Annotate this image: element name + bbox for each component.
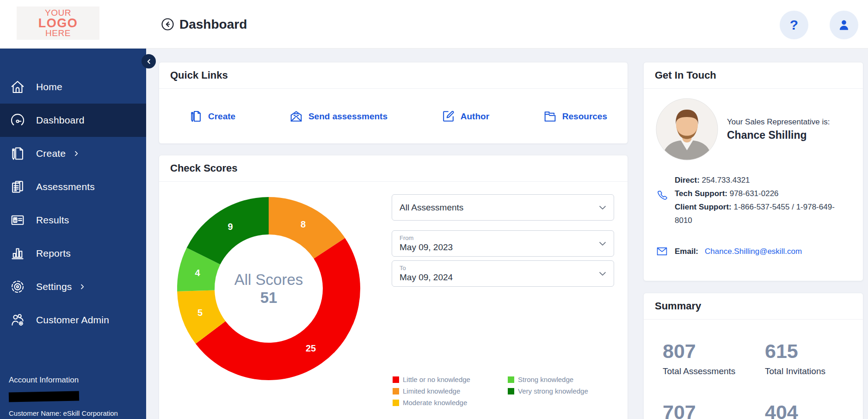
- back-arrow-icon[interactable]: [160, 17, 175, 31]
- quick-link-send-assessments[interactable]: Send assessments: [289, 109, 388, 123]
- help-button[interactable]: ?: [780, 11, 808, 39]
- date-from-select[interactable]: From May 09, 2023: [392, 230, 614, 257]
- legend-item-very-strong-knowledge: Very strong knowledge: [508, 385, 623, 397]
- sidebar-item-label: Results: [36, 215, 69, 226]
- customer-admin-icon: [9, 312, 26, 328]
- date-to-label: To: [400, 265, 593, 272]
- sidebar-item-create[interactable]: Create: [0, 137, 146, 170]
- send-assessments-icon: [289, 109, 303, 123]
- sidebar-item-home[interactable]: Home: [0, 70, 146, 104]
- chevron-right-icon: [79, 283, 86, 290]
- phone-line-direct-: Direct: 254.733.4321: [675, 173, 852, 187]
- phone-line-label: Client Support:: [675, 203, 732, 211]
- reports-icon: [9, 245, 26, 262]
- page-title: Dashboard: [179, 17, 247, 32]
- results-icon: [9, 212, 26, 228]
- phone-line-tech-support-: Tech Support: 978-631-0226: [675, 187, 852, 200]
- sales-rep-photo: [656, 98, 718, 160]
- sidebar-item-reports[interactable]: Reports: [0, 237, 146, 270]
- legend-item-strong-knowledge: Strong knowledge: [508, 374, 623, 385]
- top-bar: YOUR LOGO HERE Dashboard ?: [0, 0, 868, 49]
- sidebar-item-label: Reports: [36, 248, 71, 259]
- sidebar-item-label: Dashboard: [36, 115, 85, 126]
- donut-center-label: All Scores 51: [215, 234, 323, 343]
- sidebar-item-dashboard[interactable]: Dashboard: [0, 104, 146, 137]
- quick-link-label: Author: [461, 111, 489, 122]
- sales-rep-name: Chance Shilling: [727, 129, 830, 142]
- get-in-touch-card: Get In Touch Your Sales Representative i…: [643, 62, 863, 281]
- legend-label: Very strong knowledge: [518, 387, 588, 395]
- email-link[interactable]: Chance.Shilling@eskill.com: [705, 247, 802, 256]
- donut-slice-value: 25: [306, 343, 316, 353]
- summary-card: Summary 807Total Assessments615Total Inv…: [643, 293, 863, 419]
- date-to-value: May 09, 2024: [400, 272, 593, 283]
- create-doc-icon: [189, 109, 203, 123]
- check-scores-card: Check Scores 825549 All Scores 51 All As…: [159, 155, 628, 419]
- sidebar-item-customer-admin[interactable]: Customer Admin: [0, 303, 146, 337]
- sidebar-item-label: Settings: [36, 281, 72, 292]
- donut-slice-value: 8: [301, 219, 306, 229]
- create-icon: [9, 145, 26, 162]
- user-account-button[interactable]: [830, 11, 858, 39]
- quick-link-resources[interactable]: Resources: [543, 109, 607, 123]
- customer-name-text: Customer Name: eSkill Corporation: [9, 409, 118, 417]
- legend-swatch: [393, 400, 399, 406]
- date-from-value: May 09, 2023: [400, 242, 593, 253]
- check-scores-body: 825549 All Scores 51 All Assessments Fro…: [159, 182, 628, 419]
- date-from-label: From: [400, 234, 593, 242]
- summary-stat-2: 707: [663, 401, 765, 419]
- quick-link-create[interactable]: Create: [189, 109, 235, 123]
- sidebar-item-label: Home: [36, 81, 62, 92]
- quick-link-author[interactable]: Author: [441, 109, 489, 123]
- legend-swatch: [393, 388, 399, 394]
- logo-text-line2: LOGO: [38, 18, 78, 29]
- phone-line-label: Direct:: [675, 176, 700, 185]
- chevron-left-icon: [145, 57, 153, 66]
- author-icon: [441, 109, 456, 123]
- summary-stat-total-invitations: 615Total Invitations: [765, 340, 863, 376]
- sidebar-item-label: Create: [36, 148, 66, 159]
- legend-swatch: [393, 376, 399, 383]
- sidebar-collapse-button[interactable]: [142, 54, 156, 68]
- sales-rep-block: Your Sales Representative is: Chance Shi…: [727, 117, 830, 142]
- quick-link-label: Send assessments: [308, 111, 388, 122]
- user-icon: [837, 18, 851, 32]
- sidebar: HomeDashboardCreateAssessmentsResultsRep…: [0, 49, 146, 419]
- chart-filter-controls: All Assessments From May 09, 2023 To May…: [392, 194, 614, 287]
- donut-slice-value: 9: [228, 222, 233, 232]
- envelope-icon: [656, 245, 668, 258]
- stat-label: Total Assessments: [663, 366, 765, 376]
- dashboard-page: { "colors": { "accent_blue": "#1a56db", …: [0, 0, 868, 419]
- assessments-icon: [9, 179, 26, 195]
- sidebar-menu: HomeDashboardCreateAssessmentsResultsRep…: [0, 49, 146, 337]
- chart-legend: Little or no knowledgeLimited knowledgeM…: [393, 374, 623, 408]
- legend-item-moderate-knowledge: Moderate knowledge: [393, 397, 508, 408]
- quick-link-label: Create: [208, 111, 235, 122]
- stat-label: Total Invitations: [765, 366, 863, 376]
- sidebar-item-assessments[interactable]: Assessments: [0, 170, 146, 203]
- email-label: Email:: [675, 247, 698, 256]
- chevron-down-icon: [597, 203, 608, 213]
- chevron-down-icon: [597, 239, 608, 249]
- donut-slice-value: 5: [197, 308, 203, 318]
- email-row: Email: Chance.Shilling@eskill.com: [656, 245, 802, 258]
- phone-contact-block: Direct: 254.733.4321Tech Support: 978-63…: [656, 173, 852, 227]
- resources-icon: [543, 109, 557, 123]
- phone-icon: [656, 189, 669, 202]
- account-info-section: Account Information Customer Name: eSkil…: [9, 376, 118, 417]
- quick-links-title: Quick Links: [159, 62, 628, 89]
- assessment-filter-select[interactable]: All Assessments: [392, 194, 614, 221]
- check-scores-title: Check Scores: [159, 155, 628, 182]
- legend-swatch: [508, 388, 514, 394]
- date-to-select[interactable]: To May 09, 2024: [392, 260, 614, 287]
- logo-text-line3: HERE: [45, 29, 71, 38]
- summary-stat-total-assessments: 807Total Assessments: [663, 340, 765, 376]
- phone-lines: Direct: 254.733.4321Tech Support: 978-63…: [675, 173, 852, 227]
- quick-link-label: Resources: [562, 111, 607, 122]
- sidebar-item-results[interactable]: Results: [0, 203, 146, 237]
- legend-label: Moderate knowledge: [403, 399, 467, 407]
- sidebar-item-settings[interactable]: Settings: [0, 270, 146, 303]
- chevron-right-icon: [73, 150, 80, 157]
- legend-label: Strong knowledge: [518, 376, 573, 383]
- donut-center-text: All Scores: [234, 271, 303, 289]
